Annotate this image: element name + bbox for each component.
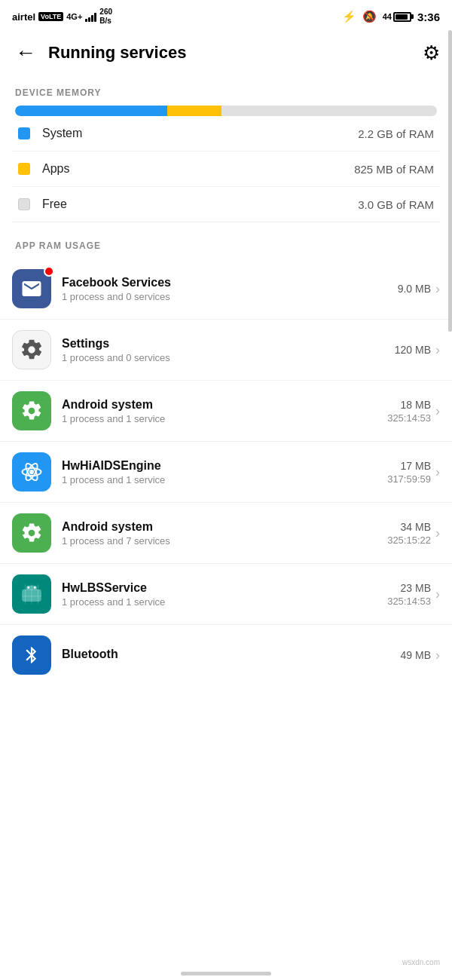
memory-value: 49 MB bbox=[401, 649, 431, 661]
android-system-1-memory: 18 MB 325:14:53 bbox=[387, 399, 431, 424]
apps-value: 825 MB of RAM bbox=[354, 163, 434, 176]
android-system-icon bbox=[12, 391, 51, 430]
list-item[interactable]: Android system 1 process and 1 service 1… bbox=[0, 381, 452, 442]
battery-fill bbox=[396, 14, 408, 20]
status-left: airtel VoLTE 4G+ 260B/s bbox=[12, 8, 112, 26]
chevron-right-icon: › bbox=[435, 648, 440, 663]
apps-dot bbox=[18, 163, 30, 175]
hwlbs-memory: 23 MB 325:14:53 bbox=[387, 582, 431, 607]
home-indicator bbox=[0, 964, 452, 980]
status-time: 3:36 bbox=[417, 11, 440, 23]
bluetooth-icon: ⚡ bbox=[342, 10, 356, 23]
android-system-2-icon bbox=[12, 513, 51, 553]
apps-bar bbox=[167, 106, 222, 116]
chevron-right-icon: › bbox=[435, 464, 440, 480]
facebook-services-icon bbox=[12, 269, 51, 308]
bluetooth-app-info: Bluetooth bbox=[62, 648, 401, 663]
app-sub: 1 process and 0 services bbox=[62, 291, 398, 302]
list-item[interactable]: Android system 1 process and 7 services … bbox=[0, 503, 452, 564]
memory-item-free: Free 3.0 GB of RAM bbox=[12, 187, 440, 222]
list-item[interactable]: Settings 1 process and 0 services 120 MB… bbox=[0, 320, 452, 381]
memory-value: 23 MB bbox=[401, 582, 431, 594]
device-memory-section: DEVICE MEMORY System 2.2 GB of RAM Apps … bbox=[0, 75, 452, 222]
memory-legend: System 2.2 GB of RAM Apps 825 MB of RAM … bbox=[0, 116, 452, 222]
app-name: Facebook Services bbox=[62, 276, 398, 289]
memory-value: 17 MB bbox=[401, 460, 431, 472]
volte-badge: VoLTE bbox=[38, 12, 63, 21]
app-name: HwHiAIDSEngine bbox=[62, 459, 387, 473]
memory-value: 18 MB bbox=[401, 399, 431, 411]
app-sub: 1 process and 7 services bbox=[62, 535, 387, 547]
app-sub: 1 process and 1 service bbox=[62, 474, 387, 485]
hwlbs-icon bbox=[12, 574, 51, 614]
signal-bar-4 bbox=[94, 13, 96, 22]
svg-point-0 bbox=[29, 470, 34, 474]
app-sub: 1 process and 1 service bbox=[62, 596, 387, 608]
system-dot bbox=[18, 127, 30, 139]
facebook-services-memory: 9.0 MB bbox=[398, 283, 431, 295]
hwlbs-info: HwLBSService 1 process and 1 service bbox=[62, 581, 387, 608]
list-item[interactable]: HwHiAIDSEngine 1 process and 1 service 1… bbox=[0, 442, 452, 503]
bluetooth-icon-app bbox=[12, 635, 51, 675]
signal-bar-3 bbox=[91, 15, 93, 22]
app-ram-label: APP RAM USAGE bbox=[0, 228, 452, 259]
free-value: 3.0 GB of RAM bbox=[358, 198, 434, 211]
list-item[interactable]: HwLBSService 1 process and 1 service 23 … bbox=[0, 564, 452, 625]
android-system-1-info: Android system 1 process and 1 service bbox=[62, 398, 387, 424]
system-label: System bbox=[42, 127, 358, 140]
watermark: wsxdn.com bbox=[402, 958, 440, 966]
bluetooth-memory: 49 MB bbox=[401, 649, 431, 661]
home-bar bbox=[181, 972, 271, 975]
signal-bar-2 bbox=[88, 17, 90, 22]
free-label: Free bbox=[42, 198, 358, 211]
chevron-right-icon: › bbox=[435, 525, 440, 541]
app-sub: 1 process and 1 service bbox=[62, 413, 387, 424]
time-value: 325:14:53 bbox=[387, 412, 431, 424]
settings-app-info: Settings 1 process and 0 services bbox=[62, 337, 395, 363]
app-ram-section: APP RAM USAGE Facebook Services 1 proces… bbox=[0, 228, 452, 685]
app-sub: 1 process and 0 services bbox=[62, 352, 395, 363]
list-item[interactable]: Bluetooth 49 MB › bbox=[0, 625, 452, 685]
back-button[interactable]: ← bbox=[12, 38, 39, 68]
status-right: ⚡ 🔕 44 3:36 bbox=[342, 10, 440, 23]
gear-icon[interactable]: ⚙ bbox=[423, 41, 440, 65]
android-system-2-memory: 34 MB 325:15:22 bbox=[387, 521, 431, 546]
hwhi-aids-memory: 17 MB 317:59:59 bbox=[387, 460, 431, 485]
app-name: Settings bbox=[62, 337, 395, 351]
chevron-right-icon: › bbox=[435, 342, 440, 358]
settings-app-icon bbox=[12, 330, 51, 369]
battery-body bbox=[393, 12, 411, 22]
bell-icon: 🔕 bbox=[362, 10, 377, 23]
time-value: 317:59:59 bbox=[387, 473, 431, 485]
notification-badge bbox=[44, 266, 54, 277]
chevron-right-icon: › bbox=[435, 403, 440, 419]
app-name: HwLBSService bbox=[62, 581, 387, 595]
facebook-services-info: Facebook Services 1 process and 0 servic… bbox=[62, 276, 398, 302]
signal-bar-1 bbox=[85, 19, 87, 22]
memory-value: 120 MB bbox=[395, 344, 431, 356]
hwhi-aids-info: HwHiAIDSEngine 1 process and 1 service bbox=[62, 459, 387, 485]
memory-value: 9.0 MB bbox=[398, 283, 431, 295]
network-type: 4G+ bbox=[66, 12, 82, 21]
svg-point-7 bbox=[34, 586, 36, 589]
apps-label: Apps bbox=[42, 162, 354, 176]
signal-bars bbox=[85, 11, 96, 22]
memory-item-system: System 2.2 GB of RAM bbox=[12, 116, 440, 152]
carrier-text: airtel bbox=[12, 11, 35, 23]
list-item[interactable]: Facebook Services 1 process and 0 servic… bbox=[0, 259, 452, 320]
app-name: Android system bbox=[62, 520, 387, 534]
chevron-right-icon: › bbox=[435, 586, 440, 602]
memory-bar bbox=[15, 106, 437, 116]
system-value: 2.2 GB of RAM bbox=[358, 127, 434, 140]
app-name: Bluetooth bbox=[62, 648, 401, 661]
svg-point-6 bbox=[27, 586, 29, 589]
svg-rect-11 bbox=[34, 596, 36, 601]
time-value: 325:15:22 bbox=[387, 534, 431, 546]
memory-item-apps: Apps 825 MB of RAM bbox=[12, 152, 440, 187]
page-title: Running services bbox=[48, 43, 423, 63]
time-value: 325:14:53 bbox=[387, 596, 431, 607]
memory-value: 34 MB bbox=[401, 521, 431, 533]
scroll-indicator[interactable] bbox=[448, 30, 452, 332]
settings-memory: 120 MB bbox=[395, 344, 431, 356]
android-system-2-info: Android system 1 process and 7 services bbox=[62, 520, 387, 547]
